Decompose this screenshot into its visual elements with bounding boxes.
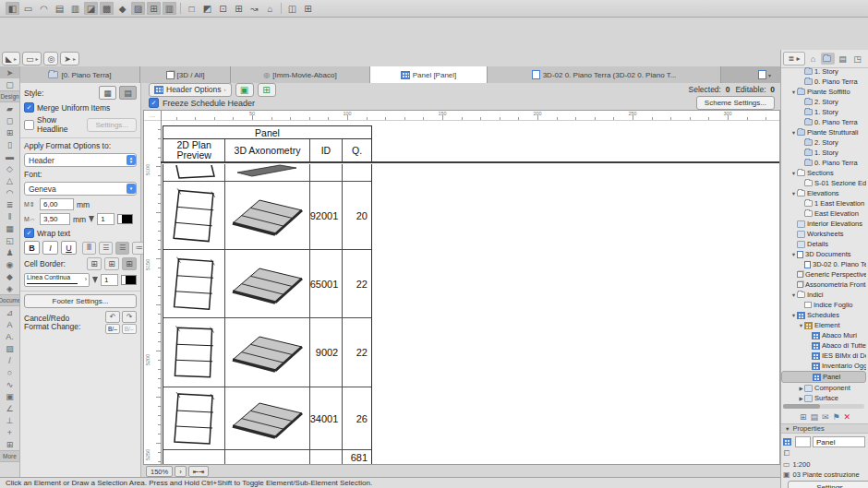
- stair-tool-icon[interactable]: ≣: [0, 198, 19, 210]
- arrow-tool-flyout[interactable]: ➤▸: [60, 52, 79, 65]
- lamp-tool-icon[interactable]: ◉: [0, 258, 19, 270]
- tree-item-3d-documents[interactable]: ▼3D Documents: [781, 249, 866, 259]
- disclosure-closed-icon[interactable]: ▶: [798, 386, 804, 391]
- axonometry-cell[interactable]: [225, 250, 309, 317]
- mesh-tool-icon[interactable]: ◈: [0, 282, 19, 294]
- tree-item-1-story[interactable]: 1. Story: [781, 107, 866, 117]
- plan-preview-cell[interactable]: [163, 250, 225, 317]
- remove-format-button[interactable]: B/–: [122, 324, 137, 334]
- id-cell[interactable]: 92001: [310, 182, 344, 249]
- axonometry-cell[interactable]: [225, 164, 309, 181]
- id-cell[interactable]: [310, 164, 344, 181]
- tab-3d-02-0-piano-terra-3d-0[interactable]: 3D-02 0. Piano Terra (3D-02 0. Piano T..…: [488, 66, 721, 83]
- default-settings-flyout[interactable]: ▭▸: [22, 52, 42, 65]
- tree-item-1-story[interactable]: 1. Story: [781, 66, 866, 77]
- pen1-color-swatch[interactable]: [117, 214, 133, 224]
- tree-item-2-story[interactable]: 2. Story: [781, 97, 866, 107]
- quad-pane-icon[interactable]: ⊞: [301, 2, 315, 15]
- tab-overflow-button[interactable]: ▾: [749, 66, 780, 83]
- spline-tool-icon[interactable]: ∿: [0, 378, 19, 390]
- tree-item-element[interactable]: ▼Element: [781, 320, 866, 330]
- show-headline-checkbox[interactable]: [24, 120, 34, 130]
- plan-preview-cell[interactable]: [163, 318, 225, 387]
- quantity-cell[interactable]: [343, 164, 371, 181]
- bold-button[interactable]: B: [24, 241, 40, 255]
- redo-format-button[interactable]: ↷: [122, 311, 137, 323]
- tab-panel-panel-[interactable]: Panel [Panel]: [370, 66, 488, 83]
- navigator-chooser-icon[interactable]: ≣ ▸: [783, 52, 805, 65]
- apply-format-select[interactable]: Header ▲▼: [24, 153, 137, 167]
- object-tool-icon[interactable]: ♟: [0, 246, 19, 258]
- column-header-3d-axo[interactable]: 3D Axonometry: [225, 139, 309, 161]
- arc-segment-icon[interactable]: ◠: [37, 2, 51, 15]
- save-current-view-icon[interactable]: ▤: [810, 412, 818, 422]
- floor-plan-cut-icon[interactable]: ▤: [53, 2, 66, 15]
- label-tool-icon[interactable]: A.: [0, 330, 19, 342]
- disclosure-open-icon[interactable]: ▼: [790, 89, 797, 95]
- tree-item-0-piano-terra[interactable]: 0. Piano Terra: [781, 117, 866, 127]
- table-row[interactable]: 9200120: [163, 182, 371, 250]
- tree-item-schedules[interactable]: ▼Schedules: [781, 310, 866, 320]
- morph-tool-icon[interactable]: ◆: [0, 270, 19, 282]
- plan-preview-cell[interactable]: [163, 164, 225, 181]
- roof-tool-icon[interactable]: △: [0, 174, 19, 186]
- linetype-select[interactable]: Linea Continua ›: [24, 273, 90, 287]
- border-outer-button[interactable]: ⊞: [87, 257, 102, 270]
- plan-preview-cell[interactable]: [163, 387, 225, 449]
- tree-item-2-story[interactable]: 2. Story: [781, 137, 866, 148]
- properties-header[interactable]: ▼ Properties: [781, 423, 868, 434]
- table-footer-row[interactable]: 681: [163, 450, 371, 465]
- header-options-button[interactable]: Header Options ›: [149, 83, 232, 97]
- apply-format-button[interactable]: B/–: [105, 324, 120, 334]
- section-fill-icon[interactable]: ▨: [131, 2, 145, 15]
- id-cell[interactable]: 65001: [310, 250, 344, 317]
- align-right-button[interactable]: ☰: [115, 242, 129, 255]
- drawing-tool-icon[interactable]: ⊞: [0, 438, 19, 450]
- hotspot-tool-icon[interactable]: +: [0, 426, 19, 438]
- tree-item-1-east-elevation[interactable]: 1 East Elevation: [781, 198, 866, 208]
- tab--3d-all-[interactable]: [3D / All]: [140, 66, 231, 83]
- tree-item-details[interactable]: Details: [781, 239, 866, 249]
- tab--imm-movie-abaco-[interactable]: ◎[Imm-Movie-Abaco]: [231, 66, 370, 83]
- pan-navigation-button[interactable]: ⇤⇥: [188, 466, 210, 477]
- tree-item-assonometria-fronta[interactable]: Assonometria Fronta: [781, 280, 866, 290]
- scheme-settings-button[interactable]: Scheme Settings...: [696, 96, 775, 110]
- wall-reference-icon[interactable]: ◧: [6, 2, 19, 15]
- tree-item-3d-02-0-piano-te[interactable]: 3D-02 0. Piano Te: [781, 259, 866, 269]
- clone-folder-icon[interactable]: ⊞: [800, 412, 807, 422]
- ceiling-grid-icon[interactable]: ▥: [68, 2, 82, 15]
- pen2-field[interactable]: 1: [101, 274, 118, 286]
- footer-settings-button[interactable]: Footer Settings...: [24, 294, 137, 308]
- border-inner-button[interactable]: ⊞: [104, 257, 119, 270]
- tree-item-east-elevation[interactable]: East Elevation: [781, 208, 866, 219]
- new-folder-icon[interactable]: ⚑: [832, 412, 839, 422]
- underline-button[interactable]: U: [61, 241, 77, 255]
- style-compact-button[interactable]: ▦: [99, 86, 116, 100]
- disclosure-closed-icon[interactable]: ▶: [798, 396, 804, 401]
- merge-uniform-checkbox[interactable]: ✓: [24, 102, 34, 113]
- navigator-hscrollbar[interactable]: [783, 404, 864, 409]
- text-tool-icon[interactable]: A: [0, 318, 19, 330]
- beam-tool-icon[interactable]: ▬: [0, 150, 19, 162]
- shell-tool-icon[interactable]: ◠: [0, 186, 19, 198]
- fit-selection-button[interactable]: ▣: [235, 83, 254, 97]
- fit-all-button[interactable]: ⊞: [258, 83, 276, 97]
- window-tool-icon[interactable]: ⊞: [0, 126, 19, 138]
- tree-item-abaco-muri[interactable]: Abaco Muri: [781, 330, 866, 340]
- pen2-color-swatch[interactable]: [121, 275, 137, 285]
- tree-item-0-piano-terra[interactable]: 0. Piano Terra: [781, 77, 866, 87]
- plan-preview-cell[interactable]: [163, 450, 225, 464]
- column-header-q[interactable]: Q.: [343, 139, 371, 161]
- column-tool-icon[interactable]: ▯: [0, 138, 19, 150]
- tree-item-ies-bimx-di-def[interactable]: IES BIMx di Def: [781, 351, 866, 361]
- tree-item-component[interactable]: ▶Component: [781, 383, 866, 393]
- door-tool-icon[interactable]: ◻: [0, 114, 19, 126]
- axonometry-cell[interactable]: [225, 318, 309, 387]
- tree-item-indice-foglio[interactable]: Indice Foglio: [781, 300, 866, 310]
- disclosure-open-icon[interactable]: ▼: [790, 313, 797, 318]
- tree-item-inventario-ogge[interactable]: Inventario Ogge: [781, 361, 866, 371]
- tree-item-surface[interactable]: ▶Surface: [781, 393, 866, 402]
- id-prefix-field[interactable]: [795, 436, 811, 447]
- italic-button[interactable]: I: [42, 241, 58, 255]
- curtain-wall-tool-icon[interactable]: ▦: [0, 222, 19, 234]
